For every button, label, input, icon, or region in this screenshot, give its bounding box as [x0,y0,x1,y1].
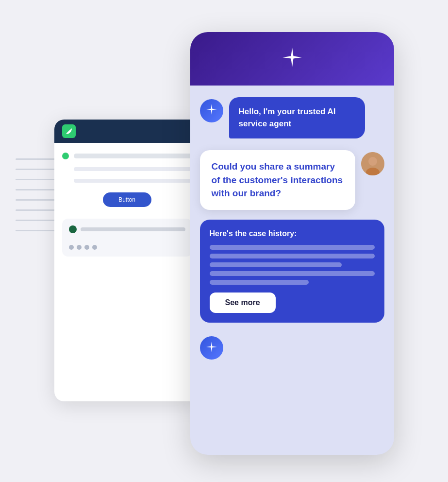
crm-logo [62,124,76,138]
mini-dots-row [69,245,185,250]
crm-mini-card [62,219,192,257]
user-question-text: Could you share a summary of the custome… [212,161,343,198]
mini-lines-group [69,238,185,241]
case-line-2 [210,254,375,258]
ai-greeting-text: Hello, I'm your trusted AI service agent [239,107,336,128]
crm-row-2 [62,167,192,171]
ai-greeting-message: Hello, I'm your trusted AI service agent [200,97,384,138]
ai-sparkle-icon-bottom [205,341,218,355]
user-avatar [361,152,384,175]
svg-point-1 [368,157,377,166]
status-dot-green [62,153,69,159]
case-lines-group [210,245,375,285]
mini-dot-1 [69,245,74,250]
case-line-5 [210,280,309,285]
header-sparkle-icon [281,46,304,72]
crm-mini-header [69,225,185,233]
crm-button[interactable]: Button [103,192,151,207]
case-history-title: Here's the case history: [210,229,375,238]
crm-card: Button [54,120,200,401]
crm-content: Button [54,143,200,266]
mini-line-1 [81,227,185,231]
chat-card: Hello, I'm your trusted AI service agent… [190,32,394,455]
user-question-message: Could you share a summary of the custome… [200,150,384,210]
user-question-bubble: Could you share a summary of the custome… [200,150,355,210]
chat-body: Hello, I'm your trusted AI service agent… [190,86,394,455]
case-history-bubble: Here's the case history: See more [200,220,384,323]
content-line-1 [74,154,192,158]
ai-avatar-top [200,99,223,122]
crm-header [54,120,200,143]
case-footer [200,336,384,360]
chat-header [190,32,394,86]
scene: Button [54,22,394,460]
case-line-1 [210,245,375,250]
ai-avatar-bottom [200,336,223,360]
content-line-2 [74,167,192,171]
mini-dot-2 [77,245,82,250]
content-line-3 [74,179,192,183]
mini-dot-4 [92,245,97,250]
mini-dot-3 [84,245,89,250]
ai-sparkle-icon-top [205,103,218,119]
crm-row-1 [62,153,192,159]
crm-button-row: Button [62,192,192,207]
see-more-button[interactable]: See more [210,293,276,313]
mini-status-dot [69,225,77,233]
ai-greeting-bubble: Hello, I'm your trusted AI service agent [229,97,365,138]
case-line-3 [210,262,342,267]
crm-row-3 [62,179,192,183]
case-line-4 [210,271,375,276]
